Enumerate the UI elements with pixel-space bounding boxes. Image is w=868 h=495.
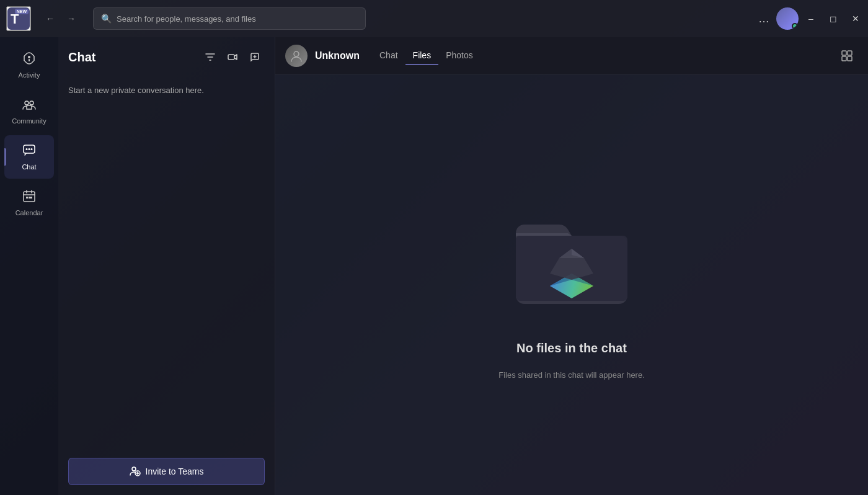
video-call-button[interactable] — [223, 47, 242, 67]
svg-point-4 — [25, 101, 29, 105]
svg-rect-14 — [228, 55, 234, 60]
contact-tabs: Chat Files Photos — [372, 47, 480, 65]
sidebar-item-calendar[interactable]: Calendar — [4, 181, 54, 225]
maximize-button[interactable]: ◻ — [823, 9, 843, 29]
contact-header: Unknown Chat Files Photos — [275, 37, 868, 74]
svg-rect-20 — [842, 56, 846, 61]
sidebar-item-activity[interactable]: Activity — [4, 43, 54, 87]
svg-rect-3 — [29, 59, 30, 61]
tab-files[interactable]: Files — [405, 47, 439, 65]
svg-point-7 — [26, 148, 28, 150]
search-bar[interactable]: 🔍 Search for people, messages, and files — [93, 7, 366, 30]
svg-rect-21 — [848, 56, 852, 61]
more-options-button[interactable]: … — [754, 9, 774, 29]
contact-avatar — [285, 45, 308, 67]
svg-rect-11 — [26, 197, 28, 198]
svg-rect-13 — [30, 197, 32, 198]
title-bar-left: T NEW ← → — [0, 6, 81, 31]
calendar-label: Calendar — [16, 209, 43, 216]
user-avatar-button[interactable] — [776, 7, 799, 30]
calendar-icon — [22, 189, 36, 207]
folder-illustration — [503, 190, 640, 326]
sidebar-item-chat[interactable]: Chat — [4, 135, 54, 179]
forward-button[interactable]: → — [62, 9, 81, 28]
back-button[interactable]: ← — [41, 9, 60, 28]
chat-sidebar-label: Chat — [22, 163, 36, 171]
tab-photos[interactable]: Photos — [438, 47, 480, 65]
layout-button[interactable] — [836, 45, 858, 67]
svg-point-15 — [132, 467, 136, 471]
svg-point-9 — [31, 148, 33, 150]
community-label: Community — [12, 117, 46, 125]
invite-to-teams-button[interactable]: Invite to Teams — [68, 458, 265, 485]
chat-empty-message: Start a new private conversation here. — [58, 72, 275, 109]
svg-rect-18 — [842, 51, 846, 55]
teams-logo-button[interactable]: T NEW — [6, 6, 31, 31]
activity-label: Activity — [19, 71, 40, 79]
invite-icon — [130, 465, 141, 478]
new-badge: NEW — [15, 9, 29, 14]
svg-point-5 — [30, 101, 33, 105]
no-files-subtitle: Files shared in this chat will appear he… — [498, 370, 645, 380]
chat-list-header: Chat — [58, 37, 275, 72]
icon-sidebar: Activity Community — [0, 37, 58, 495]
sidebar-item-community[interactable]: Community — [4, 89, 54, 133]
chat-list-panel: Chat — [58, 37, 275, 495]
search-icon: 🔍 — [101, 14, 112, 24]
svg-rect-12 — [29, 197, 30, 198]
main-layout: Activity Community — [0, 37, 868, 495]
svg-point-2 — [28, 56, 30, 58]
chat-list-actions — [200, 47, 265, 67]
tab-chat[interactable]: Chat — [372, 47, 405, 65]
filter-button[interactable] — [200, 47, 220, 67]
contact-name: Unknown — [315, 50, 360, 61]
close-button[interactable]: ✕ — [846, 9, 866, 29]
status-indicator — [792, 23, 798, 29]
minimize-button[interactable]: – — [801, 9, 821, 29]
contact-header-right — [836, 45, 858, 67]
no-files-title: No files in the chat — [516, 341, 627, 355]
title-bar: T NEW ← → 🔍 Search for people, messages,… — [0, 0, 868, 37]
files-content: No files in the chat Files shared in thi… — [275, 74, 868, 495]
nav-arrows: ← → — [41, 9, 81, 28]
chat-icon — [22, 143, 36, 161]
invite-label: Invite to Teams — [146, 466, 204, 476]
main-content: Unknown Chat Files Photos — [275, 37, 868, 495]
chat-list-title: Chat — [68, 50, 95, 65]
svg-point-17 — [294, 51, 299, 56]
new-chat-button[interactable] — [245, 47, 265, 67]
svg-rect-19 — [848, 51, 852, 55]
activity-icon — [22, 51, 36, 69]
community-icon — [22, 97, 36, 115]
title-bar-right: … – ◻ ✕ — [754, 7, 868, 30]
search-placeholder-text: Search for people, messages, and files — [117, 14, 256, 24]
svg-point-8 — [29, 148, 30, 150]
